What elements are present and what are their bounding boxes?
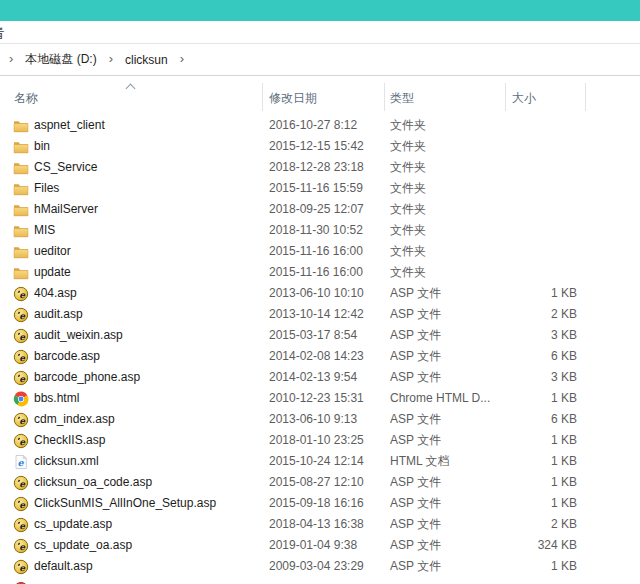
file-size: 6 KB — [506, 409, 577, 430]
file-size — [506, 241, 577, 262]
file-row-partial[interactable] — [0, 577, 640, 584]
file-row[interactable]: aspnet_client2016-10-27 8:12文件夹 — [0, 115, 640, 136]
file-name: CheckIIS.asp — [34, 430, 105, 451]
file-type: ASP 文件 — [390, 304, 441, 325]
file-date-modified: 2018-12-28 23:18 — [269, 157, 364, 178]
file-row[interactable]: ebarcode_phone.asp2014-02-13 9:54ASP 文件3… — [0, 367, 640, 388]
file-name: audit.asp — [34, 304, 83, 325]
file-row[interactable]: eaudit.asp2013-10-14 12:42ASP 文件2 KB — [0, 304, 640, 325]
file-size — [506, 262, 577, 283]
file-date-modified: 2009-03-04 23:29 — [269, 556, 364, 577]
file-row[interactable]: ecdm_index.asp2013-06-10 9:13ASP 文件6 KB — [0, 409, 640, 430]
file-row[interactable]: ecs_update.asp2018-04-13 16:38ASP 文件2 KB — [0, 514, 640, 535]
file-row[interactable]: update2015-11-16 16:00文件夹 — [0, 262, 640, 283]
file-date-modified: 2015-11-16 16:00 — [269, 262, 363, 283]
file-date-modified: 2013-06-10 10:10 — [269, 283, 364, 304]
file-date-modified: 2016-10-27 8:12 — [269, 115, 357, 136]
breadcrumb-chevron-icon[interactable]: › — [9, 52, 13, 67]
file-row[interactable]: CS_Service2018-12-28 23:18文件夹 — [0, 157, 640, 178]
file-row[interactable]: hMailServer2018-09-25 12:07文件夹 — [0, 199, 640, 220]
file-date-modified: 2013-10-14 12:42 — [269, 304, 364, 325]
file-row[interactable]: eclicksun_oa_code.asp2015-08-27 12:10ASP… — [0, 472, 640, 493]
file-size: 2 KB — [506, 304, 577, 325]
file-type: 文件夹 — [390, 136, 426, 157]
file-name-cell: e404.asp — [13, 283, 77, 304]
file-name-cell: bin — [13, 136, 50, 157]
clipped-next-file-icon — [13, 580, 29, 584]
ribbon-bar: 看 — [0, 21, 640, 44]
file-row[interactable]: eaudit_weixin.asp2015-03-17 8:54ASP 文件3 … — [0, 325, 640, 346]
file-type: 文件夹 — [390, 220, 426, 241]
file-date-modified: 2018-11-30 10:52 — [269, 220, 363, 241]
file-row[interactable]: Files2015-11-16 15:59文件夹 — [0, 178, 640, 199]
file-type: ASP 文件 — [390, 325, 441, 346]
file-name-cell: aspnet_client — [13, 115, 105, 136]
file-row[interactable]: eCheckIIS.asp2018-01-10 23:25ASP 文件1 KB — [0, 430, 640, 451]
ribbon-tab-view[interactable]: 看 — [0, 24, 11, 43]
column-header-name[interactable]: 名称 — [0, 76, 263, 113]
file-date-modified: 2010-12-23 15:31 — [269, 388, 364, 409]
file-name-cell: eaudit_weixin.asp — [13, 325, 123, 346]
asp-file-icon: e — [13, 307, 29, 323]
file-list[interactable]: aspnet_client2016-10-27 8:12文件夹bin2015-1… — [0, 113, 640, 584]
address-bar[interactable]: › 本地磁盘 (D:) › clicksun › — [0, 44, 640, 76]
file-name-cell: update — [13, 262, 71, 283]
breadcrumb-item-drive[interactable]: 本地磁盘 (D:) — [25, 51, 96, 68]
column-header-name-label: 名称 — [14, 90, 38, 107]
file-row[interactable]: edefault.asp2009-03-04 23:29ASP 文件1 KB — [0, 556, 640, 577]
file-size — [506, 199, 577, 220]
file-date-modified: 2015-11-16 15:59 — [269, 178, 363, 199]
file-name: MIS — [34, 220, 55, 241]
file-row[interactable]: bin2015-12-15 15:42文件夹 — [0, 136, 640, 157]
file-name-cell: ecs_update.asp — [13, 514, 112, 535]
file-type: ASP 文件 — [390, 283, 441, 304]
file-row[interactable]: ecs_update_oa.asp2019-01-04 9:38ASP 文件32… — [0, 535, 640, 556]
file-row[interactable]: ebarcode.asp2014-02-08 14:23ASP 文件6 KB — [0, 346, 640, 367]
file-name: cs_update_oa.asp — [34, 535, 132, 556]
file-name: update — [34, 262, 71, 283]
file-row[interactable]: MIS2018-11-30 10:52文件夹 — [0, 220, 640, 241]
file-name-cell: Files — [13, 178, 59, 199]
file-date-modified: 2015-08-27 12:10 — [269, 472, 364, 493]
folder-icon — [13, 160, 29, 176]
column-header-type[interactable]: 类型 — [385, 76, 506, 113]
file-name: clicksun_oa_code.asp — [34, 472, 152, 493]
breadcrumb-chevron-icon[interactable]: › — [180, 52, 184, 67]
folder-icon — [13, 202, 29, 218]
file-type: ASP 文件 — [390, 346, 441, 367]
file-type: ASP 文件 — [390, 493, 441, 514]
column-header-date-modified[interactable]: 修改日期 — [263, 76, 385, 113]
file-type: 文件夹 — [390, 178, 426, 199]
file-name: barcode.asp — [34, 346, 100, 367]
file-row[interactable]: eclicksun.xml2015-10-24 12:14HTML 文档1 KB — [0, 451, 640, 472]
file-name-cell: ebarcode.asp — [13, 346, 100, 367]
column-header-type-label: 类型 — [390, 90, 414, 107]
breadcrumb-chevron-icon[interactable]: › — [109, 52, 113, 67]
file-type: ASP 文件 — [390, 535, 441, 556]
file-type: 文件夹 — [390, 262, 426, 283]
file-type: ASP 文件 — [390, 472, 441, 493]
file-size — [506, 157, 577, 178]
file-size: 6 KB — [506, 346, 577, 367]
window-titlebar[interactable] — [0, 0, 640, 21]
file-date-modified: 2015-12-15 15:42 — [269, 136, 364, 157]
file-row[interactable]: e404.asp2013-06-10 10:10ASP 文件1 KB — [0, 283, 640, 304]
html-document-icon: e — [13, 454, 29, 470]
ribbon-tab-view-label: 看 — [0, 25, 4, 43]
file-row[interactable]: ueditor2015-11-16 16:00文件夹 — [0, 241, 640, 262]
file-date-modified: 2018-01-10 23:25 — [269, 430, 364, 451]
file-name-cell: eaudit.asp — [13, 304, 83, 325]
column-header-size[interactable]: 大小 — [506, 76, 586, 113]
file-type: ASP 文件 — [390, 430, 441, 451]
file-size: 324 KB — [506, 535, 577, 556]
breadcrumb-item-folder[interactable]: clicksun — [125, 53, 168, 67]
file-size: 2 KB — [506, 514, 577, 535]
file-name-cell: eclicksun.xml — [13, 451, 99, 472]
asp-file-icon: e — [13, 559, 29, 575]
asp-file-icon: e — [13, 433, 29, 449]
file-name-cell: edefault.asp — [13, 556, 93, 577]
file-size: 1 KB — [506, 493, 577, 514]
file-row[interactable]: bbs.html2010-12-23 15:31Chrome HTML D...… — [0, 388, 640, 409]
asp-file-icon: e — [13, 286, 29, 302]
file-row[interactable]: eClickSunMIS_AllInOne_Setup.asp2015-09-1… — [0, 493, 640, 514]
